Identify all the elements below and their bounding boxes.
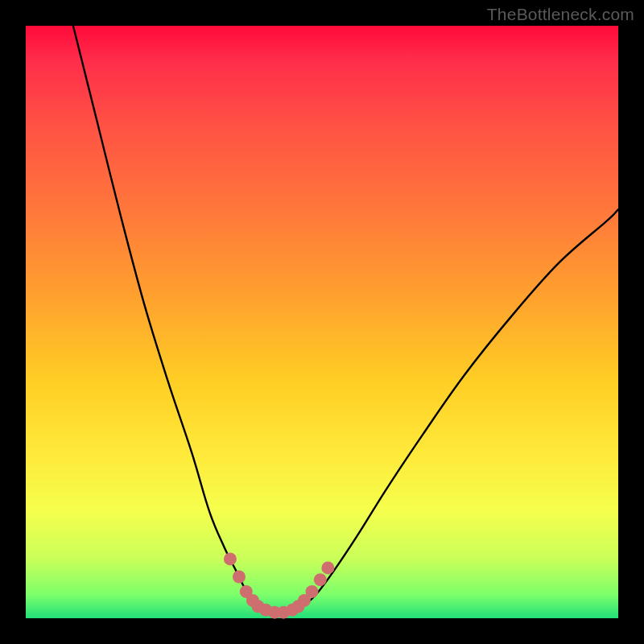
outer-frame: TheBottleneck.com: [0, 0, 644, 644]
curve-group: [73, 26, 618, 613]
watermark-text: TheBottleneck.com: [487, 5, 634, 24]
marker-group: [224, 552, 334, 618]
plot-area: [26, 26, 618, 618]
highlight-dot: [224, 552, 237, 565]
highlight-dot: [305, 585, 318, 598]
highlight-dot: [314, 573, 327, 586]
bottleneck-curve: [73, 26, 618, 613]
curve-svg: [26, 26, 618, 618]
highlight-dot: [233, 570, 246, 583]
highlight-dot: [321, 561, 334, 574]
